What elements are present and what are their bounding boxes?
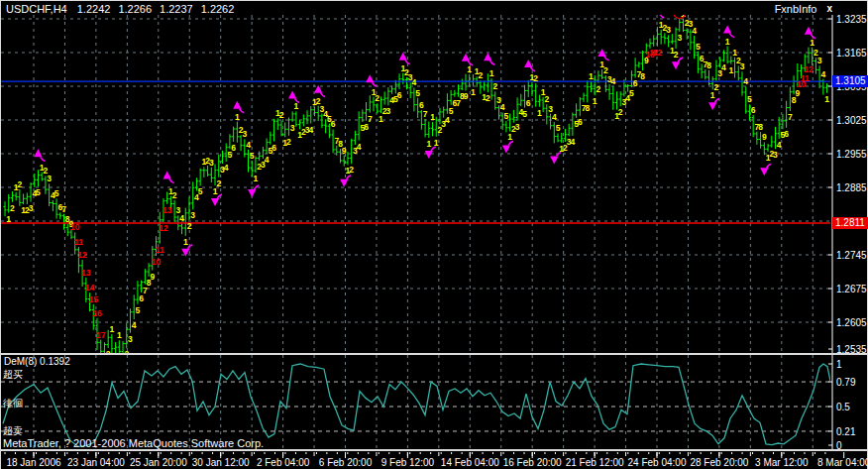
svg-text:4: 4 xyxy=(224,163,229,173)
svg-text:3: 3 xyxy=(128,334,133,344)
time-axis-label: 28 Feb 20:00 xyxy=(690,457,748,468)
time-axis-label: 18 Jan 2006 xyxy=(6,457,60,468)
svg-text:2: 2 xyxy=(187,221,192,231)
symbol-timeframe: USDCHF,H4 xyxy=(6,3,67,15)
svg-text:1: 1 xyxy=(589,71,594,81)
svg-text:5: 5 xyxy=(522,109,527,119)
time-axis-label: 23 Jan 04:00 xyxy=(67,457,125,468)
svg-text:17: 17 xyxy=(96,330,106,340)
time-axis-label: 24 Feb 04:00 xyxy=(628,457,687,468)
svg-text:14: 14 xyxy=(85,283,95,293)
main-chart-panel[interactable]: 1212123451234567891011121314151617121111… xyxy=(1,15,867,353)
svg-text:5: 5 xyxy=(747,94,752,104)
svg-text:1: 1 xyxy=(235,112,240,122)
svg-text:12: 12 xyxy=(804,64,814,74)
svg-text:5: 5 xyxy=(198,186,203,196)
svg-text:2: 2 xyxy=(618,107,623,117)
time-axis-label: 30 Jan 12:00 xyxy=(192,457,250,468)
svg-text:10: 10 xyxy=(152,257,162,267)
svg-text:9: 9 xyxy=(795,88,800,98)
price-axis-label: 1.2745 xyxy=(836,250,867,261)
time-axis-label: 2 Feb 04:00 xyxy=(257,457,309,468)
svg-text:4: 4 xyxy=(412,77,417,87)
svg-text:2: 2 xyxy=(279,110,284,120)
indicator-panel[interactable]: DeM(8) 0.1392 超买 徘徊 超卖 MetaTrader, ? 200… xyxy=(1,355,867,449)
svg-text:7: 7 xyxy=(788,112,793,122)
panel-separator-2[interactable] xyxy=(1,449,867,451)
svg-text:1: 1 xyxy=(254,174,259,183)
svg-text:8: 8 xyxy=(640,71,645,81)
price-axis-label: 1.3235 xyxy=(836,14,867,25)
svg-text:5: 5 xyxy=(36,187,41,197)
svg-text:3: 3 xyxy=(290,123,295,133)
copyright-text: MetaTrader, ? 2001-2006 MetaQuotes Softw… xyxy=(3,437,264,449)
svg-text:10: 10 xyxy=(70,222,80,232)
indicator-canvas[interactable] xyxy=(1,355,868,449)
svg-text:3: 3 xyxy=(209,158,214,168)
svg-text:11: 11 xyxy=(156,245,164,255)
price-axis-label: 1.2955 xyxy=(836,149,867,160)
svg-text:1: 1 xyxy=(810,38,814,48)
svg-text:1: 1 xyxy=(117,330,122,340)
price-tag-1.2811: 1.2811 xyxy=(832,217,868,229)
svg-text:8: 8 xyxy=(758,122,763,132)
price-axis-label: 1.2885 xyxy=(836,182,867,193)
svg-text:6: 6 xyxy=(784,129,789,139)
svg-text:3: 3 xyxy=(817,56,822,65)
quote-close: 1.2262 xyxy=(201,3,235,15)
svg-text:8: 8 xyxy=(585,103,590,113)
close-icon[interactable]: x xyxy=(826,4,832,14)
svg-text:4: 4 xyxy=(820,69,825,79)
svg-text:4: 4 xyxy=(571,137,576,147)
quote-high: 1.2266 xyxy=(118,3,152,15)
svg-text:2: 2 xyxy=(492,81,497,91)
svg-text:3: 3 xyxy=(677,33,682,43)
svg-text:2: 2 xyxy=(286,137,291,147)
svg-text:1: 1 xyxy=(728,65,733,75)
svg-text:4: 4 xyxy=(265,155,270,165)
svg-text:12: 12 xyxy=(653,48,663,58)
price-axis-label: 1.3025 xyxy=(836,115,867,126)
svg-text:9: 9 xyxy=(150,272,155,282)
indicator-axis-label: 0.21 xyxy=(836,425,855,436)
price-tag-1.3105: 1.3105 xyxy=(832,75,868,87)
indicator-axis-label: 0.5 xyxy=(836,402,850,412)
svg-text:3: 3 xyxy=(773,150,778,160)
svg-text:2: 2 xyxy=(10,203,15,213)
overlay-indicator-name: FxnbInfo xyxy=(775,3,817,15)
svg-text:1: 1 xyxy=(725,37,730,47)
svg-text:4: 4 xyxy=(610,76,615,86)
zone-label-overbought: 超买 xyxy=(3,368,23,382)
svg-text:3: 3 xyxy=(740,61,745,71)
time-axis[interactable]: 18 Jan 200623 Jan 04:0025 Jan 20:0030 Ja… xyxy=(1,452,867,469)
svg-text:1: 1 xyxy=(507,132,512,142)
svg-text:12: 12 xyxy=(159,223,168,233)
svg-text:13: 13 xyxy=(163,205,172,215)
svg-text:7: 7 xyxy=(61,204,66,214)
time-axis-label: 21 Feb 12:00 xyxy=(566,457,624,468)
svg-text:3: 3 xyxy=(666,25,671,35)
svg-text:1: 1 xyxy=(183,237,188,247)
svg-text:4: 4 xyxy=(692,26,697,36)
svg-text:4: 4 xyxy=(246,140,251,150)
svg-text:4: 4 xyxy=(743,76,748,86)
svg-text:2: 2 xyxy=(597,84,601,94)
svg-text:1: 1 xyxy=(294,101,299,111)
svg-text:5: 5 xyxy=(556,123,561,133)
svg-text:1: 1 xyxy=(110,324,115,334)
svg-text:4: 4 xyxy=(308,125,313,135)
svg-text:3: 3 xyxy=(242,129,247,139)
svg-text:2: 2 xyxy=(172,190,177,200)
main-chart-canvas[interactable]: 1212123451234567891011121314151617121111… xyxy=(1,15,868,353)
svg-text:6: 6 xyxy=(526,98,531,108)
svg-text:4: 4 xyxy=(552,112,557,122)
time-axis-label: 25 Jan 20:00 xyxy=(130,457,187,468)
svg-text:4: 4 xyxy=(721,62,726,72)
svg-text:3: 3 xyxy=(29,203,34,213)
svg-text:13: 13 xyxy=(81,268,91,278)
svg-text:5: 5 xyxy=(54,188,59,198)
time-axis-label: 8 Mar 04:00 xyxy=(817,457,868,468)
svg-text:6: 6 xyxy=(331,119,336,129)
svg-text:2: 2 xyxy=(479,70,484,80)
svg-text:2: 2 xyxy=(486,93,490,103)
